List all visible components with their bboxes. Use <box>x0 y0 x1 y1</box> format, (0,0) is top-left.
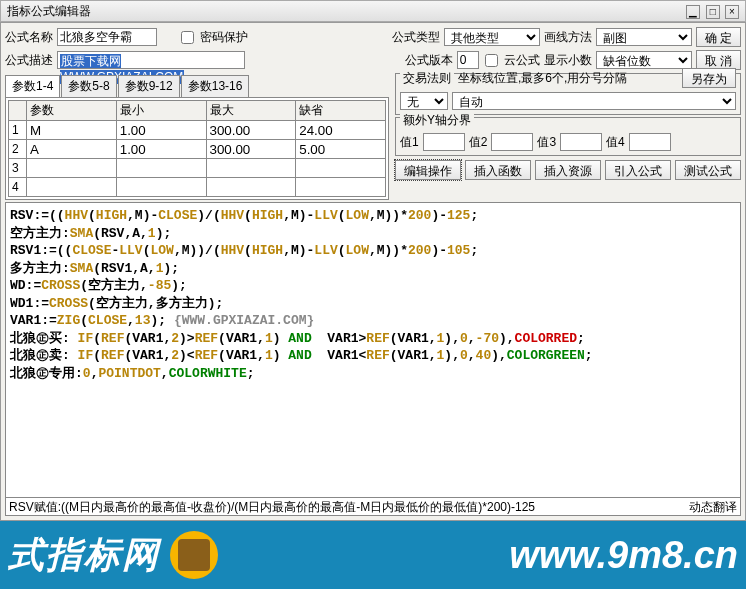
pwd-label: 密码保护 <box>200 29 248 46</box>
def-cell[interactable] <box>299 160 382 176</box>
def-cell[interactable] <box>299 122 382 138</box>
max-cell[interactable] <box>210 141 293 157</box>
status-bar: RSV赋值:((M日内最高价的最高值-收盘价)/(M日内最高价的最高值-M日内最… <box>5 498 741 516</box>
grid-row: 1 <box>9 121 386 140</box>
draw-select[interactable]: 副图 <box>596 28 692 46</box>
v2-input[interactable] <box>491 133 533 151</box>
rule-fieldset: 交易法则 坐标线位置,最多6个,用分号分隔 另存为 无 自动 <box>395 73 741 115</box>
param-cell[interactable] <box>30 141 113 157</box>
title-bar: 指标公式编辑器 ▁ □ × <box>0 0 746 22</box>
v4-input[interactable] <box>629 133 671 151</box>
def-cell[interactable] <box>299 179 382 195</box>
max-cell[interactable] <box>210 160 293 176</box>
banner-left: 式指标网 <box>8 531 160 580</box>
dec-label: 显示小数 <box>544 52 592 69</box>
param-cell[interactable] <box>30 122 113 138</box>
insert-fn-button[interactable]: 插入函数 <box>465 160 531 180</box>
cancel-button[interactable]: 取 消 <box>696 50 741 70</box>
right-area: 交易法则 坐标线位置,最多6个,用分号分隔 另存为 无 自动 额外Y轴分界 值1… <box>395 73 741 200</box>
window-title: 指标公式编辑器 <box>7 3 91 20</box>
grid-header-row: 参数 最小 最大 缺省 <box>9 101 386 121</box>
saveas-button[interactable]: 另存为 <box>682 68 736 88</box>
min-cell[interactable] <box>120 179 203 195</box>
rule-select-1[interactable]: 无 <box>400 92 448 110</box>
rule-select-2[interactable]: 自动 <box>452 92 736 110</box>
edit-op-button[interactable]: 编辑操作 <box>395 160 461 180</box>
min-cell[interactable] <box>120 122 203 138</box>
v1-input[interactable] <box>423 133 465 151</box>
grid-row: 2 <box>9 140 386 159</box>
v4-label: 值4 <box>606 134 625 151</box>
param-area: 参数1-4 参数5-8 参数9-12 参数13-16 参数 最小 最大 缺省 1… <box>5 73 389 200</box>
pwd-checkbox[interactable] <box>181 31 194 44</box>
tab-params-5-8[interactable]: 参数5-8 <box>61 75 116 97</box>
min-cell[interactable] <box>120 141 203 157</box>
status-right: 动态翻译 <box>689 499 737 514</box>
watermark-banner: 式指标网 www.9m8.cn <box>0 521 746 589</box>
main-panel: 公式名称 密码保护 公式类型 其他类型 画线方法 副图 确 定 公式描述 股票下… <box>0 22 746 521</box>
min-cell[interactable] <box>120 160 203 176</box>
name-label: 公式名称 <box>5 29 53 46</box>
extra-fieldset: 额外Y轴分界 值1 值2 值3 值4 <box>395 117 741 156</box>
v3-label: 值3 <box>537 134 556 151</box>
rule-legend: 交易法则 <box>400 70 454 87</box>
import-formula-button[interactable]: 引入公式 <box>605 160 671 180</box>
grid-row: 4 <box>9 178 386 197</box>
ver-label: 公式版本 <box>405 52 453 69</box>
param-cell[interactable] <box>30 179 113 195</box>
logo-icon <box>170 531 218 579</box>
maximize-icon[interactable]: □ <box>706 5 720 19</box>
max-cell[interactable] <box>210 179 293 195</box>
test-formula-button[interactable]: 测试公式 <box>675 160 741 180</box>
code-editor[interactable]: RSV:=((HHV(HIGH,M)-CLOSE)/(HHV(HIGH,M)-L… <box>5 202 741 498</box>
param-cell[interactable] <box>30 160 113 176</box>
tab-params-9-12[interactable]: 参数9-12 <box>118 75 180 97</box>
grid-row: 3 <box>9 159 386 178</box>
ver-input[interactable] <box>457 51 479 69</box>
ok-button[interactable]: 确 定 <box>696 27 741 47</box>
tab-params-13-16[interactable]: 参数13-16 <box>181 75 250 97</box>
max-cell[interactable] <box>210 122 293 138</box>
status-left: RSV赋值:((M日内最高价的最高值-收盘价)/(M日内最高价的最高值-M日内最… <box>9 499 535 514</box>
extra-legend: 额外Y轴分界 <box>400 112 474 129</box>
type-label: 公式类型 <box>392 29 440 46</box>
v3-input[interactable] <box>560 133 602 151</box>
cloud-checkbox[interactable] <box>485 54 498 67</box>
close-icon[interactable]: × <box>725 5 739 19</box>
v2-label: 值2 <box>469 134 488 151</box>
type-select[interactable]: 其他类型 <box>444 28 540 46</box>
name-input[interactable] <box>57 28 157 46</box>
insert-res-button[interactable]: 插入资源 <box>535 160 601 180</box>
banner-right: www.9m8.cn <box>509 534 738 577</box>
desc-input[interactable]: 股票下载网WWW.GPXIAZAI.COM <box>57 51 245 69</box>
dec-select[interactable]: 缺省位数 <box>596 51 692 69</box>
minimize-icon[interactable]: ▁ <box>686 5 700 19</box>
window-buttons: ▁ □ × <box>684 4 739 19</box>
param-grid: 参数 最小 最大 缺省 1 2 3 4 <box>5 97 389 200</box>
cloud-label: 云公式 <box>504 52 540 69</box>
v1-label: 值1 <box>400 134 419 151</box>
def-cell[interactable] <box>299 141 382 157</box>
draw-label: 画线方法 <box>544 29 592 46</box>
desc-label: 公式描述 <box>5 52 53 69</box>
tab-params-1-4[interactable]: 参数1-4 <box>5 75 60 97</box>
param-tabs: 参数1-4 参数5-8 参数9-12 参数13-16 <box>5 75 389 97</box>
rule-hint: 坐标线位置,最多6个,用分号分隔 <box>458 70 627 87</box>
